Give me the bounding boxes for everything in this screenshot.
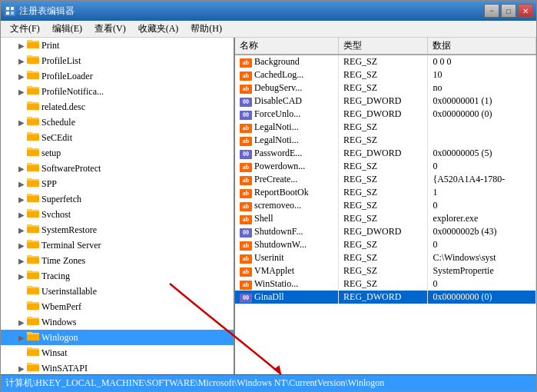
tree-item[interactable]: ▶ Terminal Server (1, 238, 234, 253)
table-row[interactable]: 00GinaDllREG_DWORD0x00000000 (0) (235, 291, 536, 304)
reg-name-cell: 00ShutdownF... (235, 225, 339, 238)
maximize-button[interactable]: □ (501, 4, 516, 18)
tree-item[interactable]: ▶ Schedule (1, 115, 234, 130)
close-button[interactable]: ✕ (518, 4, 533, 18)
tree-item[interactable]: setup (1, 145, 234, 161)
table-row[interactable]: abCachedLog...REG_SZ10 (235, 68, 536, 81)
table-row[interactable]: abPreCreate...REG_SZ{A520A1A4-1780- (235, 173, 536, 186)
tree-item[interactable]: ▶ Windows (1, 314, 234, 330)
tree-item[interactable]: Winsat (1, 345, 234, 360)
table-row[interactable]: abBackgroundREG_SZ0 0 0 (235, 55, 536, 68)
folder-icon (27, 223, 39, 237)
table-row[interactable]: abShutdownW...REG_SZ0 (235, 238, 536, 251)
menu-item-V[interactable]: 查看(V) (88, 21, 132, 37)
table-row[interactable]: 00ShutdownF...REG_DWORD0x0000002b (43) (235, 225, 536, 238)
tree-item[interactable]: ▶ SystemRestore (1, 222, 234, 238)
tree-arrow-icon: ▶ (16, 334, 27, 342)
tree-arrow-icon: ▶ (16, 272, 27, 281)
svg-rect-33 (27, 181, 39, 187)
reg-data-cell: 10 (428, 68, 536, 81)
tree-item[interactable]: ▶ Tracing (1, 268, 234, 284)
svg-rect-43 (27, 224, 32, 227)
right-pane[interactable]: 名称 类型 数据 abBackgroundREG_SZ0 0 0abCached… (235, 38, 536, 374)
menu-item-H[interactable]: 帮助(H) (184, 21, 228, 37)
tree-item[interactable]: ▶ SoftwareProtect (1, 161, 234, 176)
tree-item[interactable]: ▶ ProfileList (1, 53, 234, 68)
tree-arrow-icon: ▶ (16, 57, 27, 65)
tree-item[interactable]: ▶ WinSATAPI (1, 360, 234, 374)
tree-item[interactable]: ▶ SPP (1, 176, 234, 191)
table-row[interactable]: abDebugServ...REG_SZno (235, 81, 536, 95)
tree-item[interactable]: ▶ Winlogon (1, 330, 234, 345)
table-row[interactable]: 00PasswordE...REG_DWORD0x00000005 (5) (235, 147, 536, 160)
reg-data-cell: 1 (428, 186, 536, 199)
tree-item[interactable]: WbemPerf (1, 299, 234, 314)
svg-rect-42 (27, 227, 39, 233)
reg-data-cell: 0 0 0 (428, 55, 536, 68)
left-pane[interactable]: ▶ Print▶ ProfileList▶ ProfileLoader▶ Pro… (1, 38, 235, 374)
reg-data-cell: 0x00000001 (1) (428, 95, 536, 108)
menu-item-E[interactable]: 编辑(E) (46, 21, 88, 37)
reg-data-cell: 0 (428, 199, 536, 212)
table-row[interactable]: 00ForceUnlo...REG_DWORD0x00000000 (0) (235, 108, 536, 121)
table-row[interactable]: abPowerdown...REG_SZ0 (235, 160, 536, 173)
table-row[interactable]: 00DisableCADREG_DWORD0x00000001 (1) (235, 95, 536, 108)
tree-item[interactable]: ▶ ProfileNotifica... (1, 84, 234, 99)
tree-item[interactable]: Userinstallable (1, 284, 234, 299)
menu-item-F[interactable]: 文件(F) (4, 21, 46, 37)
dw-icon: 00 (240, 111, 252, 120)
table-row[interactable]: abLegalNoti...REG_SZ (235, 134, 536, 147)
svg-rect-4 (11, 12, 14, 15)
tree-item-label: related.desc (41, 101, 85, 113)
reg-data-cell: 0 (428, 238, 536, 251)
tree-item-label: ProfileLoader (41, 71, 93, 82)
folder-icon (27, 331, 39, 344)
folder-icon (27, 85, 39, 98)
col-type[interactable]: 类型 (339, 38, 428, 55)
svg-rect-51 (27, 273, 39, 279)
table-row[interactable]: abVMAppletREG_SZSystemPropertie (235, 264, 536, 277)
reg-name-cell: abLegalNoti... (235, 134, 339, 147)
table-row[interactable]: abUserinitREG_SZC:\Windows\syst (235, 251, 536, 264)
reg-name-cell: abLegalNoti... (235, 121, 339, 134)
table-row[interactable]: abLegalNoti...REG_SZ (235, 121, 536, 134)
tree-item[interactable]: ▶ Print (1, 38, 234, 53)
table-row[interactable]: abscremoveo...REG_SZ0 (235, 199, 536, 212)
reg-data-cell: {A520A1A4-1780- (428, 173, 536, 186)
reg-type-cell: REG_DWORD (339, 291, 428, 304)
svg-rect-46 (27, 240, 32, 242)
status-bar: 计算机\HKEY_LOCAL_MACHINE\SOFTWARE\Microsof… (1, 374, 536, 391)
tree-item-label: Terminal Server (41, 240, 101, 251)
menu-item-A[interactable]: 收藏夹(A) (132, 21, 185, 37)
tree-item-label: SPP (41, 178, 57, 190)
tree-item[interactable]: ▶ Time Zones (1, 253, 234, 268)
tree-item[interactable]: SeCEdit (1, 130, 234, 145)
minimize-button[interactable]: － (484, 4, 499, 18)
tree-item-label: Svchost (41, 209, 71, 221)
reg-type-cell: REG_DWORD (339, 147, 428, 160)
dw-icon: 00 (240, 228, 252, 238)
folder-icon (27, 38, 39, 52)
table-row[interactable]: abReportBootOkREG_SZ1 (235, 186, 536, 199)
tree-item[interactable]: ▶ Svchost (1, 207, 234, 222)
svg-rect-2 (11, 7, 14, 10)
col-data[interactable]: 数据 (428, 38, 536, 55)
reg-type-cell: REG_SZ (339, 55, 428, 68)
tree-item[interactable]: ▶ Superfetch (1, 191, 234, 207)
table-row[interactable]: abWinStatio...REG_SZ0 (235, 277, 536, 291)
ab-icon: ab (240, 267, 252, 277)
col-name[interactable]: 名称 (235, 38, 339, 55)
reg-type-cell: REG_DWORD (339, 95, 428, 108)
tree-item[interactable]: related.desc (1, 99, 234, 115)
svg-rect-49 (27, 255, 32, 257)
table-row[interactable]: abShellREG_SZexplorer.exe (235, 212, 536, 225)
tree-item[interactable]: ▶ ProfileLoader (1, 68, 234, 84)
svg-rect-55 (27, 286, 32, 288)
reg-type-cell: REG_SZ (339, 238, 428, 251)
svg-rect-57 (27, 304, 39, 310)
svg-rect-24 (27, 135, 39, 141)
folder-icon (27, 161, 39, 175)
folder-icon (27, 100, 39, 114)
svg-rect-21 (27, 119, 39, 125)
svg-rect-60 (27, 319, 39, 325)
